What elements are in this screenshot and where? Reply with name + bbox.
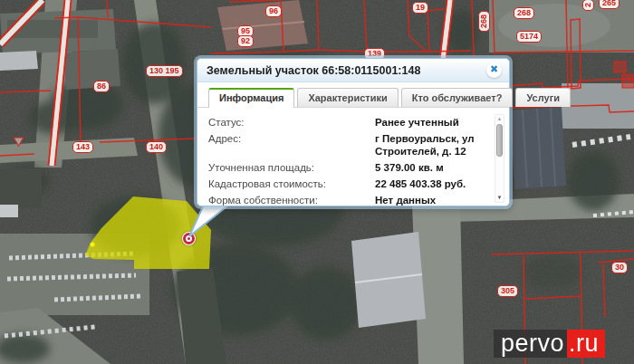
parcel-number-label[interactable]: 305 [497,285,518,297]
parcel-vertex-dot [91,243,95,247]
parcel-number-label[interactable]: 5174 [516,31,542,43]
field-value: г Первоуральск, ул Строителей, д. 12 [375,132,485,158]
parcel-number-label[interactable]: 92 [237,35,254,47]
popup-tab-bar: Информация Характеристики Кто обслуживае… [197,82,509,108]
parcel-number-label[interactable]: 2 [582,0,594,11]
tab-information[interactable]: Информация [208,88,294,108]
field-label: Адрес: [208,132,375,158]
field-row-cadastral-value: Кадастровая стоимость: 22 485 403.38 руб… [208,177,485,190]
field-row-status: Статус: Ранее учтенный [208,116,485,129]
field-row-address: Адрес: г Первоуральск, ул Строителей, д.… [208,132,485,158]
scrollbar-thumb[interactable] [496,124,503,157]
logo-name-part: pervo [494,330,567,358]
parcel-number-label[interactable]: 268 [478,11,490,32]
field-value: 22 485 403.38 руб. [375,177,485,190]
cadastral-map-app: 969592130 195139861431401926851742682265… [0,0,634,364]
parcel-info-popup: Земельный участок 66:58:0115001:148 ✖ Ин… [197,58,510,206]
parcel-number-label[interactable]: 130 195 [146,65,183,77]
parcel-number-label[interactable]: 19 [412,2,428,14]
close-icon[interactable]: ✖ [486,62,502,78]
popup-title: Земельный участок 66:58:0115001:148 [207,64,420,77]
tab-who-services[interactable]: Кто обслуживает? [401,88,514,107]
site-logo[interactable]: pervo .ru [494,330,605,358]
parcel-number-label[interactable]: 86 [93,81,110,92]
parcel-number-label[interactable]: 30 [611,262,628,273]
field-label: Форма собственности: [208,194,375,206]
parcel-number-label[interactable]: 265 [599,0,620,9]
field-label: Кадастровая стоимость: [208,177,375,190]
parcel-number-label[interactable]: 96 [265,5,282,17]
logo-domain-part: .ru [567,330,605,358]
field-value: Нет данных [375,194,485,206]
tab-characteristics[interactable]: Характеристики [297,88,398,107]
popup-body: Статус: Ранее учтенный Адрес: г Первоура… [197,108,509,206]
parcel-number-label[interactable]: 140 [146,141,167,153]
popup-header: Земельный участок 66:58:0115001:148 ✖ [197,59,509,82]
scroll-down-icon[interactable]: ▼ [495,195,504,201]
scroll-up-icon[interactable]: ▲ [495,116,504,122]
field-row-ownership: Форма собственности: Нет данных [208,194,485,206]
field-value: Ранее учтенный [375,116,485,129]
popup-scrollbar[interactable]: ▲ ▼ [495,114,504,203]
field-label: Уточненная площадь: [208,161,375,174]
parcel-number-label[interactable]: 143 [72,141,93,153]
field-label: Статус: [208,116,375,129]
field-row-area: Уточненная площадь: 5 379.00 кв. м [208,161,485,174]
field-value: 5 379.00 кв. м [375,161,485,174]
parcel-number-label[interactable]: 268 [514,7,534,19]
tab-services[interactable]: Услуги [515,88,571,107]
